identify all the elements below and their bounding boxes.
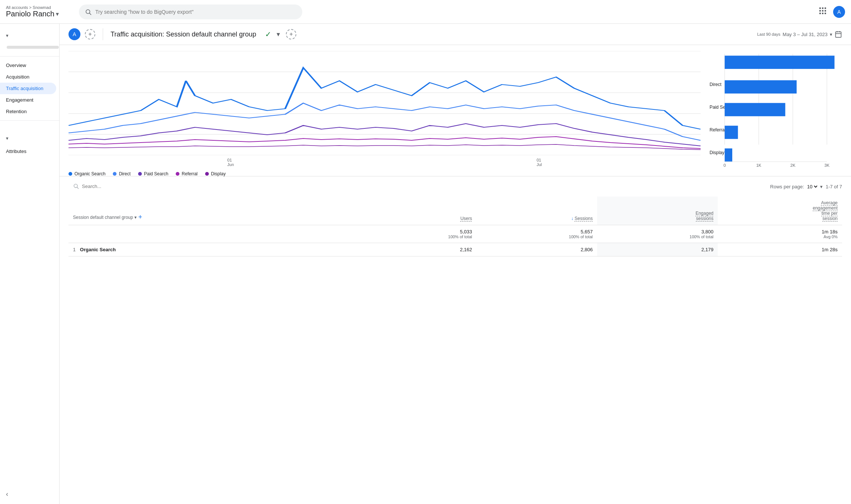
table-search-icon: [73, 183, 79, 189]
x-tick-1k: 1K: [756, 163, 761, 168]
x-label-jun: 01Jun: [227, 158, 234, 167]
sidebar-collapse-arrow[interactable]: ‹: [6, 490, 53, 498]
totals-engaged: 3,800 100% of total: [597, 225, 718, 243]
sidebar-item-traffic-acquisition[interactable]: Traffic acquisition: [0, 83, 56, 94]
x-tick-0: 0: [724, 163, 726, 168]
legend-dot-direct: [113, 172, 117, 176]
sidebar-item-retention[interactable]: Retention: [0, 106, 56, 117]
account-name[interactable]: Paniolo Ranch ▾: [6, 10, 73, 18]
report-title: Traffic acquisition: Session default cha…: [111, 31, 256, 38]
legend-paid-search: Paid Search: [138, 171, 168, 176]
line-chart-svg: 80 60 40 20 0: [68, 51, 701, 155]
col-engaged-sessions: Engagedsessions: [597, 197, 718, 225]
rows-per-page-select[interactable]: 10 25 50: [806, 184, 819, 190]
check-circle-icon[interactable]: ✓: [265, 30, 271, 39]
legend-referral: Referral: [176, 171, 198, 176]
legend-dot-display: [205, 172, 209, 176]
legend-organic-search: Organic Search: [68, 171, 105, 176]
legend-dot-paid: [138, 172, 142, 176]
legend-dot-referral: [176, 172, 179, 176]
date-range-value: May 3 – Jul 31, 2023: [783, 32, 828, 37]
sidebar-nav-section: Overview Acquisition Traffic acquisition…: [0, 57, 59, 121]
breadcrumb: All accounts > Snowmad: [6, 5, 73, 10]
add-comparison-btn[interactable]: +: [85, 29, 95, 39]
bar-referral: [725, 126, 738, 139]
filter-dropdown-icon[interactable]: ▾: [277, 30, 280, 38]
svg-rect-5: [819, 10, 821, 12]
table-pagination: Rows per page: 10 25 50 ▾ 1-7 of 7: [770, 184, 842, 190]
col-users: Users: [356, 197, 477, 225]
svg-rect-8: [819, 13, 821, 14]
x-axis-labels: 01Jun 01Jul: [68, 158, 701, 167]
col-name-dimension: Session default channel group ▾ +: [73, 213, 351, 221]
totals-row: 5,033 100% of total 5,657 100% of total …: [68, 225, 842, 243]
row1-dimension: 1 Organic Search: [68, 243, 356, 256]
add-column-btn[interactable]: +: [138, 213, 142, 221]
chart-legend: Organic Search Direct Paid Search Referr…: [68, 171, 701, 176]
svg-rect-4: [825, 7, 826, 9]
totals-avg-time: 1m 18s Avg 0%: [718, 225, 842, 243]
search-icon: [85, 9, 92, 15]
svg-line-32: [77, 187, 79, 189]
table-header-row: Session default channel group ▾ + Users …: [68, 197, 842, 225]
svg-rect-11: [836, 32, 841, 37]
pagination-info: 1-7 of 7: [826, 184, 842, 189]
svg-rect-2: [819, 7, 821, 9]
svg-rect-7: [825, 10, 826, 12]
global-search[interactable]: [79, 4, 302, 19]
legend-dot-organic: [68, 172, 72, 176]
table-search-input[interactable]: [82, 184, 144, 189]
x-label-jul: 01Jul: [536, 158, 542, 167]
sidebar-section2-collapse[interactable]: ▾: [0, 133, 59, 144]
row1-avg-time: 1m 28s: [718, 243, 842, 256]
search-input[interactable]: [95, 9, 296, 15]
col-dimension: Session default channel group ▾ +: [68, 197, 356, 225]
sidebar-bottom: ‹: [0, 484, 59, 504]
row1-engaged: 2,179: [597, 243, 718, 256]
date-range-label: Last 90 days: [757, 32, 780, 36]
col-avg-engagement: Averageengagementtime persession: [718, 197, 842, 225]
sidebar-collapse-btn[interactable]: ▾: [0, 30, 59, 41]
sidebar-item-attributes[interactable]: Attributes: [0, 147, 59, 156]
date-range-dropdown-icon[interactable]: ▾: [830, 32, 832, 37]
calendar-icon: [835, 31, 842, 38]
sidebar-item-engagement[interactable]: Engagement: [0, 94, 56, 106]
sidebar-scrollbar: [7, 46, 59, 49]
table-row: 1 Organic Search 2,162 2,806 2,179 1m 28…: [68, 243, 842, 256]
table-search[interactable]: [68, 181, 149, 192]
bar-chart-container: Direct Paid Search Referral Display 0: [701, 51, 842, 170]
svg-rect-6: [822, 10, 823, 12]
report-header: A + Traffic acquisition: Session default…: [60, 24, 851, 45]
legend-direct: Direct: [113, 171, 130, 176]
bar-label-direct: Direct: [710, 82, 721, 87]
rows-per-page-label: Rows per page: 10 25 50 ▾: [770, 184, 823, 190]
account-section: All accounts > Snowmad Paniolo Ranch ▾: [6, 5, 73, 18]
app-layout: ▾ Overview Acquisition Traffic acquisiti…: [0, 24, 851, 504]
sidebar-item-overview[interactable]: Overview: [0, 60, 56, 71]
bar-chart-svg: Direct Paid Search Referral Display 0: [710, 51, 842, 170]
x-tick-2k: 2K: [790, 163, 796, 168]
bar-paid-search: [725, 103, 785, 117]
col-filter-dropdown-icon[interactable]: ▾: [134, 215, 137, 220]
user-avatar-small: A: [68, 28, 80, 40]
x-tick-3k: 3K: [824, 163, 829, 168]
table-toolbar: Rows per page: 10 25 50 ▾ 1-7 of 7: [68, 176, 842, 197]
date-range-section: Last 90 days May 3 – Jul 31, 2023 ▾: [757, 31, 842, 38]
svg-rect-3: [822, 7, 823, 9]
svg-rect-9: [822, 13, 823, 14]
totals-dimension: [68, 225, 356, 243]
totals-sessions: 5,657 100% of total: [477, 225, 597, 243]
user-avatar[interactable]: A: [833, 6, 845, 18]
topbar-actions: A: [818, 6, 845, 18]
sidebar-section-2: ▾: [0, 130, 59, 147]
main-content: A + Traffic acquisition: Session default…: [60, 24, 851, 504]
add-metric-btn[interactable]: +: [286, 29, 296, 39]
bar-label-display: Display: [710, 150, 725, 155]
data-table: Session default channel group ▾ + Users …: [68, 197, 842, 256]
dropdown-arrow-icon: ▾: [820, 184, 823, 189]
apps-grid-icon[interactable]: [818, 6, 827, 17]
account-dropdown-icon[interactable]: ▾: [56, 10, 59, 17]
table-section: Rows per page: 10 25 50 ▾ 1-7 of 7: [60, 176, 851, 265]
sidebar: ▾ Overview Acquisition Traffic acquisiti…: [0, 24, 60, 504]
sidebar-item-acquisition[interactable]: Acquisition: [0, 71, 56, 83]
